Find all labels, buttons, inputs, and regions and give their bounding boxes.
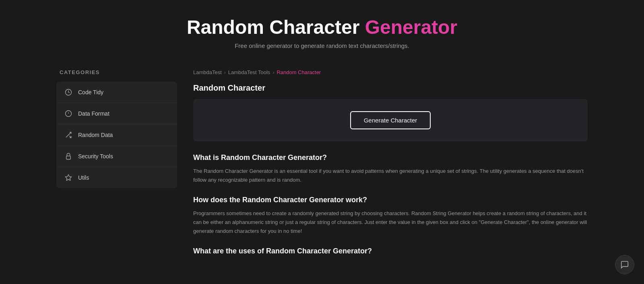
sidebar-item-security-tools[interactable]: Security Tools [56, 146, 177, 167]
header-title-accent: Generator [365, 17, 457, 38]
svg-marker-7 [66, 175, 72, 180]
sidebar-item-utils[interactable]: Utils [56, 167, 177, 188]
code-tidy-icon [64, 88, 72, 96]
data-format-icon [64, 110, 72, 118]
sidebar-menu: Code Tidy Data Format [56, 82, 177, 188]
breadcrumb-lambdatest-tools[interactable]: LambdaTest Tools [228, 69, 270, 75]
info-section-how-works-text: Programmers sometimes need to create a r… [193, 209, 588, 236]
breadcrumb-random-character: Random Character [277, 69, 321, 75]
sidebar-item-data-format[interactable]: Data Format [56, 103, 177, 124]
chat-button[interactable] [615, 255, 634, 274]
tool-card: Generate Character [193, 99, 588, 141]
sidebar-item-code-tidy-label: Code Tidy [78, 89, 103, 95]
info-section-uses-title: What are the uses of Random Character Ge… [193, 247, 588, 255]
utils-icon [64, 174, 72, 182]
info-section-uses: What are the uses of Random Character Ge… [193, 247, 588, 255]
header-title-normal: Random Character [187, 17, 365, 38]
security-tools-icon [64, 152, 72, 160]
breadcrumb: LambdaTest › LambdaTest Tools › Random C… [193, 69, 588, 75]
sidebar: CATEGORIES Code Tidy [56, 69, 177, 267]
breadcrumb-lambdatest[interactable]: LambdaTest [193, 69, 222, 75]
breadcrumb-sep-1: › [224, 70, 226, 75]
sidebar-item-utils-label: Utils [78, 174, 89, 181]
sidebar-categories-label: CATEGORIES [56, 69, 177, 75]
sidebar-item-data-format-label: Data Format [78, 110, 109, 117]
generate-character-button[interactable]: Generate Character [350, 111, 431, 129]
info-section-what-is: What is Random Character Generator? The … [193, 153, 588, 184]
header-subtitle: Free online generator to generate random… [8, 42, 636, 49]
content-area: LambdaTest › LambdaTest Tools › Random C… [193, 69, 588, 267]
svg-rect-6 [66, 156, 71, 159]
info-section-what-is-text: The Random Character Generator is an ess… [193, 167, 588, 184]
sidebar-item-code-tidy[interactable]: Code Tidy [56, 82, 177, 103]
info-section-what-is-title: What is Random Character Generator? [193, 153, 588, 162]
chat-icon [620, 260, 629, 269]
page-header: Random Character Generator Free online g… [0, 0, 644, 61]
breadcrumb-sep-2: › [272, 70, 274, 75]
sidebar-item-security-tools-label: Security Tools [78, 153, 113, 160]
random-data-icon [64, 131, 72, 139]
info-section-how-works: How does the Random Character Generator … [193, 196, 588, 236]
info-section-how-works-title: How does the Random Character Generator … [193, 196, 588, 204]
sidebar-item-random-data-label: Random Data [78, 132, 113, 138]
main-layout: CATEGORIES Code Tidy [40, 61, 604, 275]
page-title: Random Character [193, 83, 588, 93]
sidebar-item-random-data[interactable]: Random Data [56, 124, 177, 146]
